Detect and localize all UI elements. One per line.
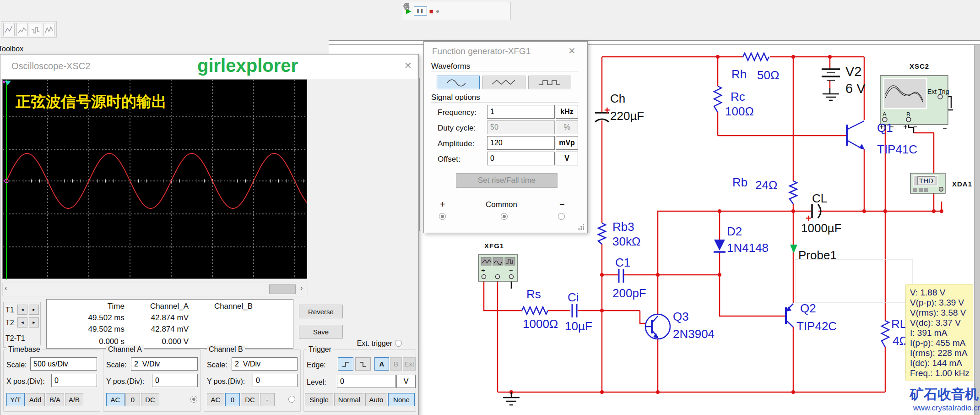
ci-ref[interactable]: Ci <box>568 290 579 305</box>
c1-value[interactable]: 200pF <box>612 286 646 300</box>
rb3-value[interactable]: 30kΩ <box>612 235 640 249</box>
channel-a-0-button[interactable]: 0 <box>125 393 140 406</box>
channel-b-ypos-input[interactable]: 0 <box>253 374 298 387</box>
ext-trigger-radio[interactable] <box>395 340 402 347</box>
fg-close-icon[interactable]: ✕ <box>568 46 576 55</box>
rc-value[interactable]: 100Ω <box>725 104 754 119</box>
ci-value[interactable]: 10µF <box>565 319 592 333</box>
t2-left-button[interactable]: ◄ <box>17 317 27 328</box>
trigger-level-input[interactable]: 0 <box>337 375 395 388</box>
rs-ref[interactable]: Rs <box>526 287 541 301</box>
timebase-scale-input[interactable]: 500 us/Div <box>30 357 97 371</box>
breakpoint-icon[interactable] <box>402 2 410 10</box>
rh-value[interactable]: 50Ω <box>757 68 779 82</box>
t1-right-button[interactable]: ► <box>29 305 39 315</box>
stop-icon[interactable]: ■ <box>429 7 433 15</box>
trigger-none-button[interactable]: None <box>388 393 415 406</box>
fg-duty-input[interactable]: 50 <box>487 120 555 134</box>
probe-irms: I(rms): 228 mA <box>910 348 969 358</box>
rh-ref[interactable]: Rh <box>731 67 747 82</box>
scroll-right-icon[interactable]: › <box>300 284 303 292</box>
trigger-source-ext-button[interactable]: Ext <box>403 357 416 371</box>
channel-a-ypos-input[interactable]: 0 <box>152 374 198 387</box>
channel-a-scale-input[interactable]: 2 V/Div <box>131 357 198 371</box>
q2-value[interactable]: TIP42C <box>796 319 837 333</box>
v2-ref[interactable]: V2 <box>845 64 861 79</box>
channel-b-minus-button[interactable]: - <box>260 393 275 406</box>
oscilloscope-titlebar[interactable]: Oscilloscope-XSC2 girlexplorer ✕ <box>0 55 417 79</box>
analysis-icon-1[interactable] <box>16 23 28 36</box>
edge-rising-button[interactable] <box>338 357 353 371</box>
timebase-ba-button[interactable]: B/A <box>46 393 64 406</box>
xfg1-ref[interactable]: XFG1 <box>484 242 504 250</box>
col-time: Time <box>79 302 125 311</box>
t2-right-button[interactable]: ► <box>29 317 39 328</box>
waveform-square-button[interactable] <box>528 76 571 89</box>
circuit-right-scroll-band[interactable] <box>974 45 980 415</box>
channel-a-ac-button[interactable]: AC <box>106 393 125 406</box>
trigger-normal-button[interactable]: Normal <box>334 393 364 406</box>
rl-ref[interactable]: RL <box>891 317 906 331</box>
trigger-source-b-button[interactable]: B <box>390 357 402 371</box>
rc-ref[interactable]: Rc <box>731 90 745 104</box>
channel-a-dc-button[interactable]: DC <box>141 393 159 406</box>
fg-resize-grip[interactable] <box>578 224 584 230</box>
timebase-add-button[interactable]: Add <box>26 393 45 406</box>
probe1-label[interactable]: Probe1 <box>798 248 837 262</box>
fg-frequency-input[interactable]: 1 <box>487 105 555 119</box>
rs-value[interactable]: 1000Ω <box>523 317 558 331</box>
pause-icon[interactable]: ❚❚ <box>414 6 427 16</box>
save-button[interactable]: Save <box>299 325 343 339</box>
rb-value[interactable]: 24Ω <box>755 178 777 192</box>
timebase-ab-button[interactable]: A/B <box>65 393 83 406</box>
channel-b-0-button[interactable]: 0 <box>225 393 240 406</box>
q3-ref[interactable]: Q3 <box>673 310 689 324</box>
waveform-triangle-button[interactable] <box>482 76 525 89</box>
cl-ref[interactable]: CL <box>812 191 827 206</box>
fg-minus-radio[interactable] <box>558 213 565 220</box>
trigger-single-button[interactable]: Single <box>305 393 333 406</box>
trigger-source-a-button[interactable]: A <box>374 357 389 371</box>
rb-ref[interactable]: Rb <box>732 175 747 190</box>
rb3-ref[interactable]: Rb3 <box>612 220 634 234</box>
scroll-left-icon[interactable]: ‹ <box>5 284 7 292</box>
fg-offset-input[interactable]: 0 <box>487 152 555 165</box>
scroll-thumb[interactable] <box>269 284 296 294</box>
analysis-icon-2[interactable] <box>30 23 41 36</box>
d2-value[interactable]: 1N4148 <box>727 241 769 255</box>
reverse-button[interactable]: Reverse <box>299 305 343 318</box>
analysis-icon-3[interactable] <box>43 23 54 36</box>
channel-b-radio[interactable] <box>288 396 295 403</box>
channel-b-scale-input[interactable]: 2 V/Div <box>232 357 298 371</box>
edge-falling-button[interactable] <box>355 357 371 371</box>
fg-titlebar[interactable]: Function generator-XFG1 ✕ <box>424 42 586 60</box>
set-rise-fall-button[interactable]: Set rise/Fall time <box>456 173 558 188</box>
oscilloscope-close-icon[interactable]: ✕ <box>404 61 412 70</box>
q3-value[interactable]: 2N3904 <box>673 327 715 341</box>
channel-b-ac-button[interactable]: AC <box>207 393 224 406</box>
waveform-sine-button[interactable] <box>437 76 480 89</box>
q1-value[interactable]: TIP41C <box>877 142 917 157</box>
scope-scrollbar[interactable]: ‹ › <box>2 283 308 296</box>
xsc2-ref[interactable]: XSC2 <box>910 62 929 70</box>
channel-a-radio[interactable] <box>190 396 197 403</box>
timebase-yt-button[interactable]: Y/T <box>6 393 25 406</box>
ch-value[interactable]: 220µF <box>610 109 644 123</box>
q2-ref[interactable]: Q2 <box>800 301 816 316</box>
trigger-auto-button[interactable]: Auto <box>365 393 387 406</box>
channel-b-dc-button[interactable]: DC <box>241 393 259 406</box>
record-icon[interactable]: ● <box>436 7 439 15</box>
fg-common-radio[interactable] <box>501 213 508 220</box>
c1-ref[interactable]: C1 <box>615 256 630 270</box>
d2-ref[interactable]: D2 <box>727 224 742 239</box>
fg-plus-radio[interactable] <box>439 213 446 220</box>
v2-value[interactable]: 6 V <box>845 81 866 96</box>
ch-ref[interactable]: Ch <box>610 92 625 106</box>
t1-left-button[interactable]: ◄ <box>17 305 27 315</box>
xda1-ref[interactable]: XDA1 <box>952 180 972 188</box>
q1-ref[interactable]: Q1 <box>877 121 893 135</box>
fg-amplitude-input[interactable]: 120 <box>487 136 555 150</box>
trigger-level-unit[interactable]: V <box>396 375 416 388</box>
grapher-icon[interactable] <box>3 23 15 36</box>
timebase-xpos-input[interactable]: 0 <box>51 374 97 387</box>
